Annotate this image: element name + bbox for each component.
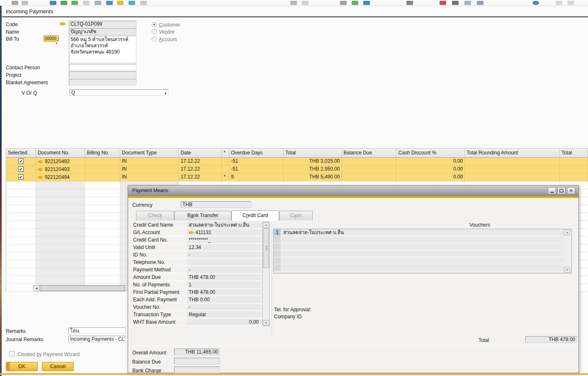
scroll-down-icon[interactable]: ▼ (564, 267, 570, 273)
contact-person-field[interactable] (69, 64, 136, 71)
col-date: Date (179, 149, 222, 157)
document-no[interactable]: 922120492 (45, 159, 70, 164)
toolbar-icon[interactable] (106, 1, 113, 5)
voucher-row-empty[interactable] (274, 264, 571, 271)
close-icon: ✕ (569, 188, 573, 193)
voucher-no-field[interactable]: - (187, 304, 262, 311)
row-checkbox[interactable] (18, 159, 24, 164)
toolbar-icon[interactable] (477, 1, 484, 5)
bill-to-address-field[interactable]: 566 หมู่ 5 ตำบลโพนสวรรค์ อำเภอโพนสวรรค์ … (69, 36, 136, 63)
table-row[interactable]: 922120493 IN 17.12.22 -51 THB 2,950.00 0… (6, 166, 588, 173)
scrollbar-thumb[interactable] (263, 228, 269, 268)
code-label: Code (6, 22, 18, 27)
no-of-payments-field[interactable]: 1 (187, 281, 262, 288)
vouchers-scrollbar[interactable]: ▲ ▼ (564, 230, 571, 273)
currency-label: Currency (132, 202, 153, 208)
toolbar-icon[interactable] (440, 1, 446, 5)
bill-to-address-selector[interactable]: 00000▼ (44, 35, 59, 42)
scroll-down-icon[interactable]: ▼ (263, 320, 269, 326)
table-horizontal-scrollbar[interactable]: ◀ (33, 285, 125, 291)
toolbar-icon[interactable] (83, 1, 90, 5)
row-checkbox[interactable] (18, 174, 24, 180)
toolbar-icon[interactable] (556, 1, 562, 5)
toolbar-icon[interactable] (302, 1, 309, 5)
toolbar-icon[interactable] (61, 1, 67, 5)
toolbar-icon[interactable] (406, 1, 413, 5)
toolbar-icon[interactable] (340, 1, 347, 5)
row-checkbox[interactable] (18, 166, 24, 172)
bank-charge-field[interactable] (174, 366, 220, 373)
v-or-q-dropdown[interactable]: Q▼ (70, 89, 168, 96)
toolbar-icon[interactable] (12, 1, 18, 5)
minimize-button[interactable] (548, 187, 556, 194)
toolbar-icon[interactable] (95, 1, 101, 5)
toolbar-icon[interactable] (363, 1, 370, 5)
link-arrow-icon[interactable] (38, 176, 43, 179)
scroll-up-icon[interactable]: ▲ (263, 222, 269, 228)
credit-card-no-field[interactable]: **********_ (187, 237, 262, 244)
table-row[interactable]: 922120494 IN 17.12.22 * 9 THB 5,490.00 0… (6, 173, 588, 181)
radio-customer[interactable] (152, 22, 157, 27)
maximize-button[interactable] (557, 187, 566, 194)
amount-due-field[interactable]: THB 478.00 (187, 274, 262, 281)
remarks-field[interactable]: โอน (68, 327, 126, 334)
voucher-row-text[interactable]: ส่วนลดจ่าย-ในประเทศ บ.อื่น (281, 229, 571, 236)
toolbar-icon[interactable] (464, 1, 471, 5)
voucher-row-empty[interactable] (274, 243, 571, 250)
voucher-row[interactable]: 1 ส่วนลดจ่าย-ในประเทศ บ.อื่น (274, 229, 571, 236)
link-arrow-icon[interactable] (38, 168, 43, 171)
toolbar-icon[interactable] (71, 1, 78, 5)
journal-remarks-field[interactable]: Incoming Payments - CLT (68, 336, 126, 342)
scroll-up-icon[interactable]: ▲ (564, 230, 570, 235)
telephone-field[interactable] (187, 259, 262, 266)
document-no[interactable]: 922120494 (45, 174, 70, 180)
table-row[interactable]: 922120492 IN 17.12.22 -51 THB 3,025.00 0… (6, 158, 588, 166)
scroll-left-icon[interactable]: ◀ (34, 286, 40, 291)
gl-account-field[interactable]: 411131 (187, 229, 262, 236)
tab-credit-card[interactable]: Credit Card (231, 210, 279, 221)
tab-bank-transfer[interactable]: Bank Transfer (174, 211, 231, 220)
valid-until-field[interactable]: 12.34 (187, 244, 262, 251)
close-button[interactable]: ✕ (567, 187, 575, 194)
radio-vendor[interactable] (152, 29, 157, 34)
title-divider (2, 16, 588, 17)
toolbar-icon[interactable] (50, 1, 56, 5)
radio-dot (153, 24, 155, 25)
cancel-button[interactable]: Cancel (42, 362, 74, 371)
created-by-wizard-checkbox[interactable] (9, 351, 15, 356)
dialog-titlebar[interactable]: Payment Means ✕ (128, 186, 578, 196)
radio-account[interactable] (152, 37, 157, 42)
tab-check[interactable]: Check (136, 211, 174, 220)
toolbar-icon[interactable] (352, 1, 358, 5)
toolbar-icon[interactable] (140, 1, 147, 5)
table-header-row: Selected Document No. Billing No. Docume… (6, 148, 588, 158)
toolbar-icon[interactable] (290, 1, 297, 5)
toolbar-icon[interactable] (117, 1, 124, 5)
link-arrow-icon[interactable] (189, 231, 194, 234)
toolbar-icon[interactable] (452, 1, 459, 5)
toolbar-icon[interactable] (532, 1, 539, 5)
form-row-payment-method: Payment Method- (132, 266, 262, 274)
tab-cash[interactable]: Cash (279, 211, 313, 220)
ok-button[interactable]: OK (6, 362, 38, 371)
voucher-row-empty[interactable] (274, 236, 571, 243)
document-no[interactable]: 922120493 (45, 166, 70, 172)
payment-method-field[interactable]: - (187, 266, 262, 273)
each-add-payment-field[interactable]: THB 0.00 (187, 296, 262, 303)
voucher-empty-rows (274, 236, 571, 271)
credit-card-name-combo[interactable]: ส่วนลดจ่าย-ในประเทศ บ.อื่น (187, 222, 262, 229)
link-arrow-icon[interactable] (60, 22, 66, 26)
toolbar-icon[interactable] (129, 1, 135, 5)
toolbar-icon[interactable] (22, 1, 28, 5)
first-partial-payment-field[interactable]: THB 478.00 (187, 289, 262, 296)
id-no-field[interactable]: - (187, 251, 262, 259)
link-arrow-icon[interactable] (38, 160, 43, 164)
toolbar-icon[interactable] (567, 1, 574, 5)
transaction-type-field[interactable]: Regular (187, 311, 262, 318)
scrollbar-thumb[interactable] (40, 286, 125, 291)
journal-remarks-label: Journal Remarks (6, 337, 44, 342)
form-scrollbar[interactable]: ▲ ▼ (262, 222, 270, 326)
voucher-row-empty[interactable] (274, 257, 571, 264)
wht-base-amount-field[interactable]: 0.00 (187, 319, 262, 326)
voucher-row-empty[interactable] (274, 250, 571, 257)
